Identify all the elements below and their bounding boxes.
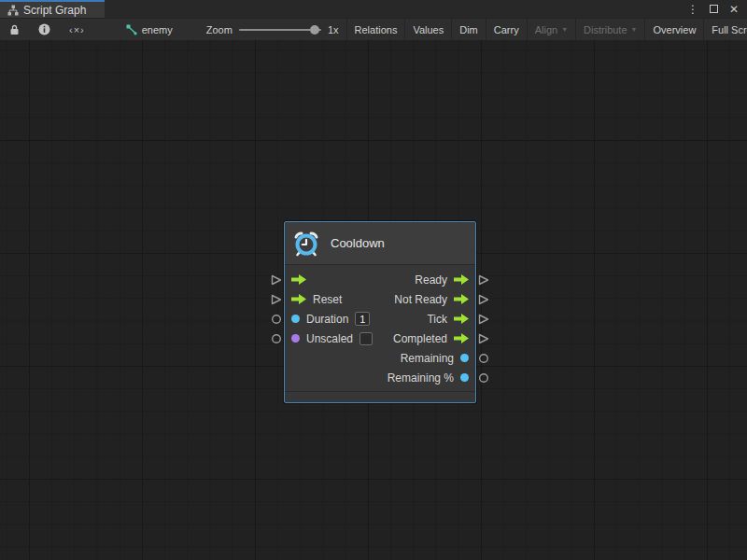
port-label: Completed	[393, 332, 447, 345]
node-body: Ready Reset Not Ready	[285, 265, 475, 391]
port-label: Unscaled	[306, 332, 353, 345]
button-label: Align	[535, 24, 557, 35]
maximize-box	[710, 5, 718, 13]
flow-output-port[interactable]	[476, 309, 491, 329]
node-title: Cooldown	[331, 236, 385, 250]
value-output-port[interactable]	[476, 368, 491, 387]
zoom-slider-handle[interactable]	[310, 25, 319, 35]
flow-input-port[interactable]	[269, 270, 284, 289]
button-label: Distribute	[584, 24, 627, 35]
flow-output-port[interactable]	[476, 270, 491, 289]
values-button[interactable]: Values	[405, 19, 451, 40]
port-label: Duration	[306, 313, 348, 326]
toolbar-right-group: Relations Values Dim Carry Align▼ Distri…	[346, 19, 747, 40]
value-port-dot	[460, 373, 469, 382]
duration-value-field[interactable]: 1	[355, 312, 370, 326]
flow-output-not-ready[interactable]: Not Ready	[394, 293, 469, 306]
port-label: Ready	[415, 273, 447, 287]
flow-port-arrow-icon	[454, 314, 469, 324]
value-input-unscaled[interactable]: Unscaled	[291, 332, 373, 345]
zoom-label: Zoom	[206, 24, 233, 35]
button-label: Full Screen	[712, 24, 747, 35]
code-icon: ‹×›	[69, 24, 85, 35]
chevron-down-icon: ▼	[631, 26, 638, 33]
lock-icon	[9, 24, 20, 35]
flow-port-arrow-icon	[454, 274, 469, 285]
unscaled-checkbox[interactable]	[359, 332, 373, 345]
node-footer	[285, 391, 475, 402]
value-input-port[interactable]	[269, 329, 284, 348]
flow-input-port[interactable]	[269, 289, 284, 309]
lock-button[interactable]	[0, 19, 29, 40]
carry-button[interactable]: Carry	[486, 19, 527, 40]
tab-bar: Script Graph ⋮ ✕	[0, 0, 747, 18]
breadcrumb[interactable]: enemy	[117, 19, 182, 40]
value-input-duration[interactable]: Duration 1	[291, 312, 370, 326]
port-row: Reset Not Ready	[285, 289, 475, 309]
flow-port-arrow-icon	[454, 333, 469, 343]
flow-input-enter[interactable]	[291, 274, 313, 285]
value-input-port[interactable]	[269, 309, 284, 329]
tab-script-graph[interactable]: Script Graph	[0, 0, 105, 18]
breadcrumb-label: enemy	[142, 24, 173, 35]
graph-hierarchy-icon	[7, 5, 19, 16]
port-label: Remaining	[401, 352, 454, 365]
flow-output-port[interactable]	[476, 329, 491, 348]
port-row: Remaining	[285, 348, 475, 368]
zoom-control: Zoom 1x	[199, 19, 346, 40]
alarm-clock-icon	[292, 230, 320, 258]
zoom-value: 1x	[328, 24, 339, 35]
external-output-ports	[476, 221, 491, 403]
node-header[interactable]: Cooldown	[285, 222, 475, 265]
button-label: Carry	[494, 24, 519, 35]
window-controls: ⋮ ✕	[685, 0, 747, 18]
value-output-remaining-pct[interactable]: Remaining %	[388, 371, 469, 385]
cooldown-node-group: Cooldown Ready	[269, 221, 491, 403]
value-port-dot	[291, 334, 300, 343]
cooldown-node[interactable]: Cooldown Ready	[284, 221, 476, 403]
code-view-button[interactable]: ‹×›	[60, 19, 94, 40]
menu-kebab-icon[interactable]: ⋮	[685, 2, 700, 17]
value-port-dot	[460, 354, 469, 362]
maximize-icon[interactable]	[706, 2, 721, 17]
dim-button[interactable]: Dim	[452, 19, 486, 40]
graph-breadcrumb-icon	[126, 24, 137, 35]
port-row: Remaining %	[285, 368, 475, 387]
port-row: Ready	[285, 270, 475, 289]
tabbar-spacer	[105, 0, 685, 18]
flow-port-arrow-icon	[291, 274, 306, 285]
button-label: Dim	[459, 24, 478, 35]
port-label: Remaining %	[388, 371, 454, 385]
port-row: Unscaled Completed	[285, 329, 475, 348]
zoom-slider-track	[239, 29, 321, 31]
flow-input-reset[interactable]: Reset	[291, 293, 342, 306]
script-graph-window: Script Graph ⋮ ✕ ‹×›	[0, 0, 747, 560]
port-row: Duration 1 Tick	[285, 309, 475, 329]
button-label: Overview	[653, 24, 696, 35]
overview-button[interactable]: Overview	[645, 19, 703, 40]
flow-output-tick[interactable]: Tick	[427, 313, 469, 326]
port-label: Tick	[427, 313, 447, 326]
flow-port-arrow-icon	[291, 294, 306, 304]
align-button: Align▼	[528, 19, 575, 40]
close-icon[interactable]: ✕	[726, 2, 741, 17]
port-label: Reset	[313, 293, 342, 306]
zoom-slider[interactable]	[239, 24, 321, 35]
graph-toolbar: ‹×› enemy Zoom 1x Relations Values	[0, 18, 747, 40]
flow-output-port[interactable]	[476, 289, 491, 309]
flow-output-ready[interactable]: Ready	[415, 273, 469, 287]
value-output-remaining[interactable]: Remaining	[401, 352, 469, 365]
relations-button[interactable]: Relations	[347, 19, 405, 40]
chevron-down-icon: ▼	[561, 26, 568, 33]
info-button[interactable]	[29, 19, 60, 40]
external-input-ports	[269, 221, 284, 403]
value-port-dot	[291, 315, 300, 323]
flow-port-arrow-icon	[454, 294, 469, 304]
fullscreen-button[interactable]: Full Screen	[704, 19, 747, 40]
button-label: Relations	[355, 24, 398, 35]
tab-title: Script Graph	[23, 4, 86, 17]
value-output-port[interactable]	[476, 348, 491, 368]
flow-output-completed[interactable]: Completed	[393, 332, 469, 345]
graph-canvas[interactable]: Cooldown Ready	[0, 40, 747, 560]
distribute-button: Distribute▼	[576, 19, 644, 40]
